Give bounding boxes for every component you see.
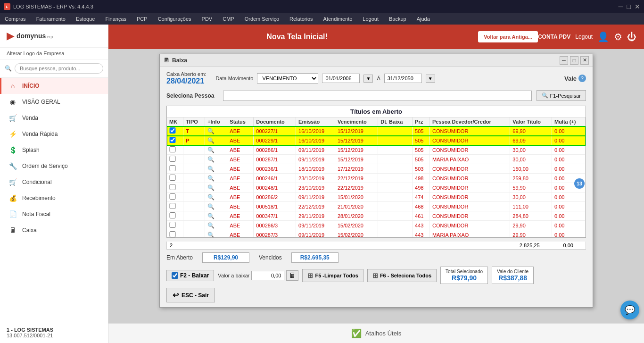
menu-relatorios[interactable]: Relatorios xyxy=(288,15,315,23)
pessoa-input[interactable] xyxy=(223,91,532,101)
sidebar-item-splash[interactable]: 💲 Splash xyxy=(0,142,108,158)
table-row[interactable]: 🔍ABE000246/123/10/201922/12/2019498CONSU… xyxy=(167,174,586,183)
cell-info[interactable]: 🔍 xyxy=(205,192,227,202)
row-checkbox[interactable] xyxy=(169,193,176,200)
magnify-icon[interactable]: 🔍 xyxy=(207,147,215,153)
menu-logout[interactable]: Logout xyxy=(361,15,380,23)
sidebar-item-recebimento[interactable]: 💰 Recebimento xyxy=(0,190,108,206)
menu-pdv[interactable]: PDV xyxy=(200,15,215,23)
table-row[interactable]: 🔍ABE000287/109/11/201915/12/2019505MARIA… xyxy=(167,155,586,164)
cell-mk[interactable] xyxy=(167,126,183,136)
pesquisar-btn[interactable]: 🔍 F1-Pesquisar xyxy=(537,90,586,101)
sidebar-item-visao-geral[interactable]: ◉ VISÃO GERAL xyxy=(0,94,108,110)
sidebar-item-nota-fiscal[interactable]: 📄 Nota Fiscal xyxy=(0,206,108,222)
row-checkbox[interactable] xyxy=(169,127,176,134)
magnify-icon[interactable]: 🔍 xyxy=(207,166,215,172)
sidebar-item-venda[interactable]: 🛒 Venda xyxy=(0,110,108,126)
table-row[interactable]: 🔍ABE000347/129/11/201928/01/2020461CONSU… xyxy=(167,211,586,221)
menu-ordem-servico[interactable]: Ordem Serviço xyxy=(243,15,281,23)
calc-btn[interactable]: 🖩 xyxy=(286,270,298,281)
row-checkbox[interactable] xyxy=(169,156,176,162)
magnify-icon[interactable]: 🔍 xyxy=(207,184,215,191)
magnify-icon[interactable]: 🔍 xyxy=(207,222,215,229)
f2-baixar-btn[interactable]: F2 - Baixar xyxy=(166,270,214,281)
menu-faturamento[interactable]: Faturamento xyxy=(34,15,67,23)
chat-bubble-btn[interactable]: 💬 xyxy=(620,301,639,319)
menu-financas[interactable]: Finanças xyxy=(103,15,128,23)
date-to-picker[interactable]: ▼ xyxy=(426,75,435,83)
magnify-icon[interactable]: 🔍 xyxy=(207,213,215,219)
search-input[interactable] xyxy=(15,63,103,74)
minimize-btn[interactable]: ─ xyxy=(619,3,623,10)
dialog-minimize-btn[interactable]: ─ xyxy=(560,56,568,65)
dialog-close-btn[interactable]: ✕ xyxy=(580,56,589,65)
menu-compras[interactable]: Compras xyxy=(3,15,28,23)
power-icon[interactable]: ⏻ xyxy=(627,32,636,42)
magnify-icon[interactable]: 🔍 xyxy=(207,137,215,144)
esc-sair-btn[interactable]: ↩ ESC - Sair xyxy=(166,288,215,302)
menu-cmp[interactable]: CMP xyxy=(221,15,236,23)
magnify-icon[interactable]: 🔍 xyxy=(207,203,215,210)
menu-estoque[interactable]: Estoque xyxy=(74,15,97,23)
sidebar-item-inicio[interactable]: ⌂ INÍCIO xyxy=(0,78,108,94)
cell-info[interactable]: 🔍 xyxy=(205,136,227,145)
row-checkbox[interactable] xyxy=(169,212,176,218)
sidebar-item-condicional[interactable]: 🛒 Condicional xyxy=(0,174,108,190)
row-checkbox[interactable] xyxy=(169,184,176,190)
cell-info[interactable]: 🔍 xyxy=(205,211,227,221)
sidebar-item-venda-rapida[interactable]: ⚡ Venda Rápida xyxy=(0,126,108,142)
cell-info[interactable]: 🔍 xyxy=(205,155,227,164)
table-row[interactable]: 🔍ABE000286/109/11/201915/12/2019505CONSU… xyxy=(167,145,586,155)
close-btn[interactable]: ✕ xyxy=(635,3,640,10)
date-from-picker[interactable]: ▼ xyxy=(363,75,373,83)
table-row[interactable]: 🔍ABE000248/123/10/201922/12/2019498CONSU… xyxy=(167,183,586,192)
magnify-icon[interactable]: 🔍 xyxy=(207,128,215,134)
date-to-input[interactable] xyxy=(384,74,422,83)
window-controls[interactable]: ─ □ ✕ xyxy=(619,3,640,10)
settings-icon[interactable]: ⚙ xyxy=(614,31,622,42)
table-row[interactable]: 🔍ABE000287/309/11/201915/02/2020443MARIA… xyxy=(167,230,586,238)
table-row[interactable]: T🔍ABE000227/116/10/201915/12/2019505CONS… xyxy=(167,126,586,136)
dialog-controls[interactable]: ─ □ ✕ xyxy=(560,56,589,65)
logout-btn[interactable]: Logout xyxy=(575,33,593,40)
magnify-icon[interactable]: 🔍 xyxy=(207,232,215,238)
row-checkbox[interactable] xyxy=(169,231,176,237)
row-checkbox[interactable] xyxy=(169,203,176,209)
valor-baixar-input[interactable] xyxy=(251,271,284,280)
maximize-btn[interactable]: □ xyxy=(627,3,631,10)
f5-btn[interactable]: ⊞ F5 -Limpar Todos xyxy=(302,269,363,282)
magnify-icon[interactable]: 🔍 xyxy=(207,194,215,201)
cell-info[interactable]: 🔍 xyxy=(205,183,227,192)
table-row[interactable]: P🔍ABE000229/116/10/201915/12/2019505CONS… xyxy=(167,136,586,145)
row-checkbox[interactable] xyxy=(169,137,176,143)
cell-info[interactable]: 🔍 xyxy=(205,202,227,211)
f2-checkbox[interactable] xyxy=(172,272,178,279)
menu-ajuda[interactable]: Ajuda xyxy=(415,15,432,23)
table-row[interactable]: 🔍ABE000286/209/11/201915/01/2020474CONSU… xyxy=(167,192,586,202)
row-checkbox[interactable] xyxy=(169,222,176,228)
sidebar-item-ordem-servico[interactable]: 🔧 Ordem de Serviço xyxy=(0,158,108,174)
cell-info[interactable]: 🔍 xyxy=(205,164,227,174)
magnify-icon[interactable]: 🔍 xyxy=(207,156,215,163)
date-from-input[interactable] xyxy=(322,74,360,83)
data-mov-select[interactable]: VENCIMENTO EMISSÃO BAIXA xyxy=(257,73,318,84)
cell-info[interactable]: 🔍 xyxy=(205,174,227,183)
log-user-icon[interactable]: 👤 xyxy=(597,31,609,42)
row-checkbox[interactable] xyxy=(169,165,176,171)
cell-info[interactable]: 🔍 xyxy=(205,221,227,230)
table-row[interactable]: 🔍ABE000518/122/12/201921/01/2020468CONSU… xyxy=(167,202,586,211)
cell-info[interactable]: 🔍 xyxy=(205,126,227,136)
menu-backup[interactable]: Backup xyxy=(387,15,408,23)
dialog-maximize-btn[interactable]: □ xyxy=(570,56,578,65)
f6-btn[interactable]: ⊞ F6 - Seleciona Todos xyxy=(367,269,437,282)
table-row[interactable]: 🔍ABE000236/118/10/201917/12/2019503CONSU… xyxy=(167,164,586,174)
menu-configuracoes[interactable]: Configurações xyxy=(156,15,193,23)
change-logo-btn[interactable]: Alterar Logo da Empresa xyxy=(0,48,108,59)
cell-mk[interactable] xyxy=(167,136,183,145)
menu-pcp[interactable]: PCP xyxy=(135,15,149,23)
cell-info[interactable]: 🔍 xyxy=(205,230,227,238)
row-checkbox[interactable] xyxy=(169,146,176,152)
sidebar-item-caixa[interactable]: 🖩 Caixa xyxy=(0,222,108,238)
cell-info[interactable]: 🔍 xyxy=(205,145,227,155)
table-row[interactable]: 🔍ABE000286/309/11/201915/02/2020443CONSU… xyxy=(167,221,586,230)
